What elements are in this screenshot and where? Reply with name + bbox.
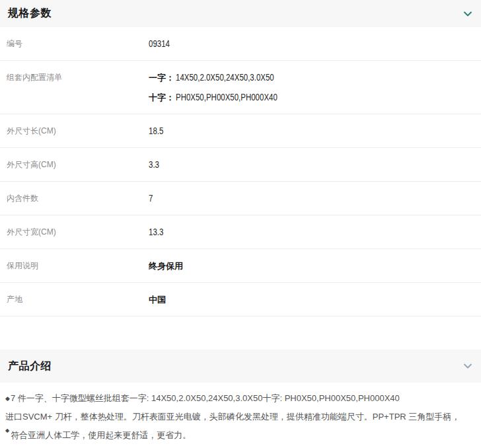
spec-section-header[interactable]: 规格参数 <box>0 0 481 27</box>
config-prefix: 十字： <box>149 93 174 102</box>
spec-value: 终身保用 <box>149 260 183 272</box>
spec-value: 中国 <box>149 294 166 305</box>
spec-value-number: 3.3 <box>149 159 159 170</box>
spec-section-title: 规格参数 <box>8 7 52 20</box>
spec-label: 产地 <box>7 294 149 305</box>
spec-row: 产地 中国 <box>0 283 481 317</box>
chevron-down-icon-path <box>464 365 471 368</box>
config-prefix: 一字： <box>149 73 174 83</box>
section-gap <box>0 317 481 350</box>
intro-line: ◆7 件一字、十字微型螺丝批组套一字: 14X50,2.0X50,24X50,3… <box>5 389 474 408</box>
config-values: 14X50,2.0X50,24X50,3.0X50 <box>176 72 274 83</box>
spec-label: 编号 <box>7 38 149 50</box>
spec-row: 外尺寸长(CM) 18.5 <box>0 114 481 148</box>
chevron-down-icon[interactable] <box>462 361 473 371</box>
config-values: PH0X50,PH00X50,PH000X40 <box>176 92 278 103</box>
spec-value: 13.3 <box>149 227 166 238</box>
spec-row: 保用说明 终身保用 <box>0 249 481 283</box>
spec-value: 7 <box>149 193 154 204</box>
intro-line-text: 进口SVCM+ 刀杆，整体热处理。刀杆表面亚光电镀，头部磷化发黑处理，提供精准功… <box>5 412 460 422</box>
intro-section-title: 产品介绍 <box>8 359 52 373</box>
spec-row: 内含件数 7 <box>0 182 481 215</box>
spec-value-number: 09314 <box>149 38 170 50</box>
chevron-down-icon[interactable] <box>462 9 473 19</box>
spec-label: 外尺寸高(CM) <box>7 159 149 170</box>
spec-label: 外尺寸宽(CM) <box>7 227 149 238</box>
spec-label: 组套内配置清单 <box>7 72 149 83</box>
spec-label: 内含件数 <box>7 193 149 204</box>
spec-value: 18.5 <box>149 126 166 137</box>
spec-value: 一字：14X50,2.0X50,24X50,3.0X50 十字：PH0X50,P… <box>149 72 300 103</box>
spec-value-number: 13.3 <box>149 227 163 238</box>
diamond-bullet-icon: ◆ <box>5 428 9 433</box>
spec-value-number: 18.5 <box>149 126 163 137</box>
config-line-slotted: 一字：14X50,2.0X50,24X50,3.0X50 <box>149 72 300 83</box>
spec-label: 保用说明 <box>7 260 149 272</box>
intro-line: 进口SVCM+ 刀杆，整体热处理。刀杆表面亚光电镀，头部磷化发黑处理，提供精准功… <box>5 408 474 426</box>
spec-row: 外尺寸高(CM) 3.3 <box>0 148 481 182</box>
spec-value: 3.3 <box>149 159 161 170</box>
spec-row: 编号 09314 <box>0 27 481 61</box>
spec-label: 外尺寸长(CM) <box>7 126 149 137</box>
intro-line-text: 7 件一字、十字微型螺丝批组套一字: 14X50,2.0X50,24X50,3.… <box>11 393 400 403</box>
intro-section: 产品介绍 ◆7 件一字、十字微型螺丝批组套一字: 14X50,2.0X50,24… <box>0 350 481 446</box>
spec-value-number: 7 <box>149 193 153 204</box>
intro-body: ◆7 件一字、十字微型螺丝批组套一字: 14X50,2.0X50,24X50,3… <box>0 383 481 446</box>
intro-line: ◆符合亚洲人体工学，使用起来更舒适，更省力。 <box>5 426 474 446</box>
spec-section: 规格参数 编号 09314 组套内配置清单 一字：14X50,2.0X50,24… <box>0 0 481 317</box>
spec-table: 编号 09314 组套内配置清单 一字：14X50,2.0X50,24X50,3… <box>0 27 481 317</box>
diamond-bullet-icon: ◆ <box>5 395 10 402</box>
spec-row: 组套内配置清单 一字：14X50,2.0X50,24X50,3.0X50 十字：… <box>0 61 481 114</box>
intro-line-text: 符合亚洲人体工学，使用起来更舒适，更省力。 <box>11 430 191 440</box>
config-line-phillips: 十字：PH0X50,PH00X50,PH000X40 <box>149 92 300 103</box>
spec-row: 外尺寸宽(CM) 13.3 <box>0 215 481 249</box>
spec-value: 09314 <box>149 38 174 50</box>
chevron-down-icon-path <box>464 12 471 15</box>
intro-section-header[interactable]: 产品介绍 <box>0 350 481 383</box>
